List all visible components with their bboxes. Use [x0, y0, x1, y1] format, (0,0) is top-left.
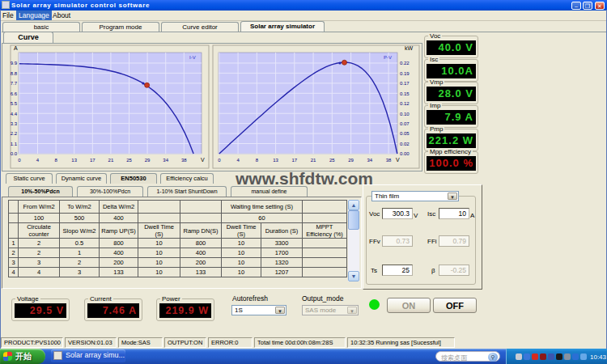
svg-text:38: 38 [181, 158, 187, 163]
svg-text:17: 17 [90, 158, 96, 163]
svg-text:0.15: 0.15 [400, 91, 410, 96]
svg-text:34: 34 [367, 158, 372, 163]
svg-text:38: 38 [386, 158, 392, 163]
svg-text:13: 13 [273, 158, 278, 163]
svg-text:0.0: 0.0 [11, 151, 18, 156]
svg-text:A: A [14, 45, 18, 51]
svg-text:13: 13 [71, 158, 77, 163]
svg-text:0.10: 0.10 [400, 112, 410, 116]
svg-text:V: V [201, 157, 205, 163]
svg-text:0.17: 0.17 [400, 81, 410, 86]
svg-text:0.00: 0.00 [400, 151, 410, 156]
svg-text:0.19: 0.19 [400, 71, 410, 76]
svg-text:0.07: 0.07 [400, 121, 410, 126]
svg-text:0.05: 0.05 [400, 131, 410, 136]
svg-text:8.8: 8.8 [11, 71, 18, 76]
svg-text:17: 17 [291, 158, 297, 163]
svg-text:25: 25 [329, 158, 335, 163]
svg-text:34: 34 [163, 158, 168, 163]
svg-text:0.12: 0.12 [400, 101, 410, 106]
svg-text:25: 25 [126, 158, 132, 163]
svg-text:7.7: 7.7 [11, 81, 18, 86]
svg-text:6.6: 6.6 [11, 91, 18, 96]
svg-text:9.9: 9.9 [11, 61, 18, 66]
svg-text:P-V: P-V [384, 55, 392, 60]
svg-text:0.02: 0.02 [400, 142, 410, 146]
svg-text:4.4: 4.4 [11, 112, 18, 116]
svg-text:3.3: 3.3 [11, 121, 18, 126]
svg-text:5.5: 5.5 [11, 101, 18, 106]
svg-text:I-V: I-V [189, 55, 196, 60]
svg-text:kW: kW [405, 45, 414, 51]
svg-text:21: 21 [108, 158, 114, 163]
svg-text:0.22: 0.22 [400, 61, 410, 66]
svg-text:V: V [396, 157, 400, 163]
svg-text:29: 29 [145, 158, 151, 163]
svg-text:2.2: 2.2 [11, 131, 18, 136]
svg-text:21: 21 [311, 158, 316, 163]
svg-text:1.1: 1.1 [11, 142, 18, 146]
svg-text:29: 29 [348, 158, 354, 163]
